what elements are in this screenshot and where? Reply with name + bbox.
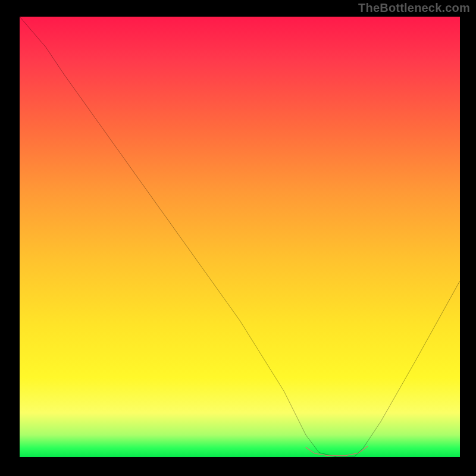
chart-svg xyxy=(20,17,460,457)
plot-area xyxy=(20,17,460,457)
optimal-range-marker xyxy=(306,446,368,456)
chart-frame: TheBottleneck.com xyxy=(0,0,476,476)
bottleneck-curve xyxy=(20,17,460,457)
watermark-text: TheBottleneck.com xyxy=(358,1,470,15)
